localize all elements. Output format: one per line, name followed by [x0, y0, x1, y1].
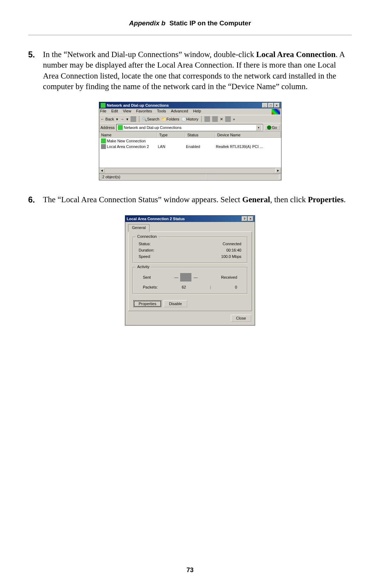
- windows-logo-icon: [272, 109, 280, 114]
- go-button[interactable]: Go: [265, 125, 280, 130]
- appendix-label: Appendix b: [129, 19, 165, 27]
- field-value: 00:16:40: [226, 248, 241, 252]
- window-titlebar[interactable]: Network and Dial-up Connections _ □ ×: [99, 102, 281, 109]
- history-button[interactable]: 🕓History: [182, 117, 198, 122]
- field-label: Speed:: [139, 254, 151, 259]
- screenshot-network-connections: Network and Dial-up Connections _ □ × Fi…: [99, 102, 281, 180]
- packets-received: 0: [235, 285, 237, 289]
- list-body[interactable]: Make New Connection Local Area Connectio…: [99, 138, 281, 168]
- step-number: 6.: [28, 194, 43, 205]
- go-icon: [267, 125, 271, 130]
- col-device[interactable]: Device Name: [215, 132, 281, 138]
- tool-icon[interactable]: [225, 116, 231, 122]
- header-title: Static IP on the Computer: [169, 19, 251, 27]
- menu-view[interactable]: View: [123, 109, 131, 114]
- forward-dropdown-icon[interactable]: ▾: [126, 117, 128, 122]
- disable-button[interactable]: Disable: [164, 300, 187, 307]
- tabstrip: General: [128, 224, 252, 231]
- field-label: Duration:: [139, 248, 154, 252]
- up-icon[interactable]: [131, 116, 136, 122]
- help-button[interactable]: ?: [242, 216, 247, 221]
- window-icon: [101, 103, 106, 108]
- menubar: File Edit View Favorites Tools Advanced …: [99, 109, 281, 115]
- address-label: Address: [101, 125, 115, 130]
- folders-button[interactable]: 📁Folders: [162, 117, 179, 122]
- new-connection-icon: [101, 138, 106, 143]
- forward-button[interactable]: →: [120, 117, 124, 121]
- computers-icon: [180, 273, 191, 281]
- field-label: Status:: [139, 242, 151, 246]
- group-title: Activity: [136, 265, 151, 269]
- window-title: Network and Dial-up Connections: [107, 103, 262, 107]
- window-titlebar[interactable]: Local Area Connection 2 Status ? ×: [125, 216, 255, 222]
- group-title: Connection: [136, 234, 158, 239]
- scroll-left-icon[interactable]: ◄: [99, 168, 105, 173]
- h-scrollbar[interactable]: ◄ ►: [99, 168, 281, 173]
- field-value: 100.0 Mbps: [221, 254, 241, 259]
- connection-group: Connection Status: Connected Duration: 0…: [133, 237, 247, 263]
- addressbar: Address Network and Dial-up Connections …: [99, 123, 281, 132]
- page-header: Appendix b Static IP on the Computer: [28, 19, 352, 35]
- activity-group: Activity Sent — — Received Packets: 62 |…: [133, 267, 247, 294]
- col-type[interactable]: Type: [157, 132, 185, 138]
- page-number: 73: [0, 567, 380, 574]
- tab-general[interactable]: General: [128, 224, 150, 232]
- step-number: 5.: [28, 49, 43, 92]
- step-body: The “Local Area Connection Status” windo…: [43, 194, 352, 205]
- properties-button[interactable]: Properties: [133, 300, 162, 307]
- field-value: Connected: [223, 242, 241, 246]
- duration-row: Duration: 00:16:40: [137, 247, 243, 253]
- received-label: Received: [221, 275, 237, 279]
- back-button[interactable]: ← Back: [101, 117, 114, 121]
- scroll-right-icon[interactable]: ►: [276, 168, 281, 173]
- close-button[interactable]: Close: [231, 315, 251, 322]
- status-pane: [207, 174, 279, 180]
- packets-label: Packets:: [143, 285, 158, 289]
- status-text: 2 object(s): [101, 174, 207, 180]
- menu-file[interactable]: File: [100, 109, 107, 114]
- delete-icon[interactable]: ✕: [220, 117, 223, 122]
- minimize-button[interactable]: _: [262, 103, 268, 108]
- menu-favorites[interactable]: Favorites: [136, 109, 152, 114]
- back-dropdown-icon[interactable]: ▾: [116, 117, 118, 122]
- step-list: 5. In the “Network and Dial-up Connectio…: [28, 49, 352, 326]
- col-status[interactable]: Status: [185, 132, 215, 138]
- search-button[interactable]: 🔍Search: [142, 117, 159, 122]
- screenshot-connection-status: Local Area Connection 2 Status ? × Gener…: [125, 215, 255, 326]
- speed-row: Speed: 100.0 Mbps: [137, 253, 243, 260]
- step-body: In the “Network and Dial-up Connections”…: [43, 49, 352, 92]
- folder-icon: [118, 125, 123, 130]
- window-title: Local Area Connection 2 Status: [127, 217, 242, 221]
- list-item[interactable]: Local Area Connection 2 LAN Enabled Real…: [99, 144, 281, 149]
- tool-icon[interactable]: [212, 116, 218, 122]
- dropdown-icon[interactable]: ▾: [256, 125, 261, 130]
- col-name[interactable]: Name: [99, 132, 157, 138]
- menu-tools[interactable]: Tools: [157, 109, 166, 114]
- address-value: Network and Dial-up Connections: [124, 125, 182, 130]
- menu-advanced[interactable]: Advanced: [171, 109, 188, 114]
- column-headers[interactable]: Name Type Status Device Name: [99, 132, 281, 138]
- menu-edit[interactable]: Edit: [111, 109, 118, 114]
- status-row: Status: Connected: [137, 241, 243, 247]
- lan-icon: [101, 144, 106, 149]
- menu-help[interactable]: Help: [193, 109, 201, 114]
- packets-sent: 62: [182, 285, 186, 289]
- tab-panel: Connection Status: Connected Duration: 0…: [128, 231, 252, 311]
- sent-label: Sent: [143, 275, 151, 279]
- maximize-button[interactable]: □: [268, 103, 274, 108]
- toolbar: ← Back ▾ → ▾ 🔍Search 📁Folders 🕓History ✕…: [99, 115, 281, 123]
- statusbar: 2 object(s): [99, 173, 281, 180]
- toolbar-overflow[interactable]: »: [233, 117, 235, 121]
- address-input[interactable]: Network and Dial-up Connections ▾: [116, 124, 263, 131]
- tool-icon[interactable]: [204, 116, 210, 122]
- close-button[interactable]: ×: [248, 216, 253, 221]
- step-5: 5. In the “Network and Dial-up Connectio…: [28, 49, 352, 92]
- step-6: 6. The “Local Area Connection Status” wi…: [28, 194, 352, 205]
- close-button[interactable]: ×: [274, 103, 280, 108]
- list-item[interactable]: Make New Connection: [99, 138, 281, 144]
